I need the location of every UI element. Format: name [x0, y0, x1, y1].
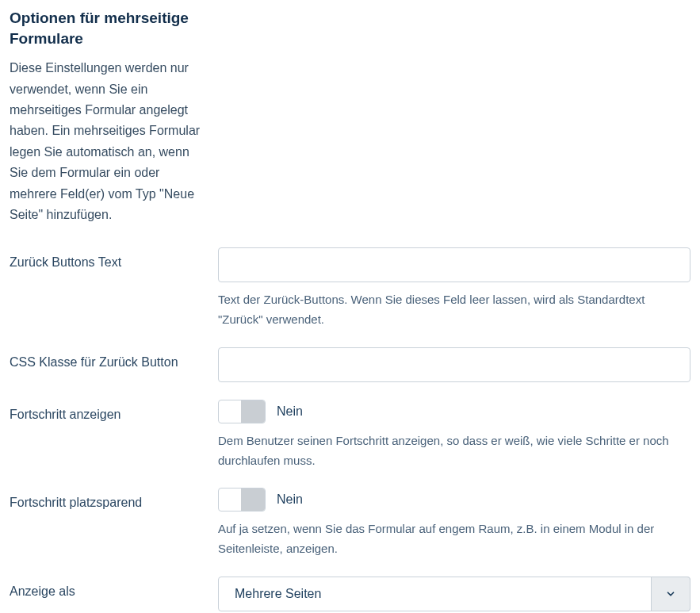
toggle-knob [241, 400, 265, 423]
section-description: Diese Einstellungen werden nur verwendet… [10, 58, 202, 225]
compact-progress-toggle[interactable] [218, 488, 266, 511]
section-title: Optionen für mehrseitige Formulare [10, 8, 202, 48]
toggle-knob [241, 488, 265, 511]
back-button-text-help: Text der Zurück-Buttons. Wenn Sie dieses… [218, 290, 690, 330]
back-button-css-label: CSS Klasse für Zurück Button [10, 347, 218, 370]
back-button-css-input[interactable] [218, 347, 690, 382]
compact-progress-help: Auf ja setzen, wenn Sie das Formular auf… [218, 519, 690, 559]
show-progress-help: Dem Benutzer seinen Fortschritt anzeigen… [218, 431, 690, 471]
show-progress-label: Fortschritt anzeigen [10, 400, 218, 422]
show-progress-state: Nein [277, 404, 303, 419]
back-button-text-label: Zurück Buttons Text [10, 247, 218, 270]
compact-progress-state: Nein [277, 492, 303, 507]
show-progress-toggle[interactable] [218, 400, 266, 423]
display-as-label: Anzeige als [10, 577, 218, 599]
back-button-text-input[interactable] [218, 247, 690, 282]
compact-progress-label: Fortschritt platzsparend [10, 488, 218, 510]
display-as-select[interactable]: Mehrere Seiten [218, 577, 690, 611]
